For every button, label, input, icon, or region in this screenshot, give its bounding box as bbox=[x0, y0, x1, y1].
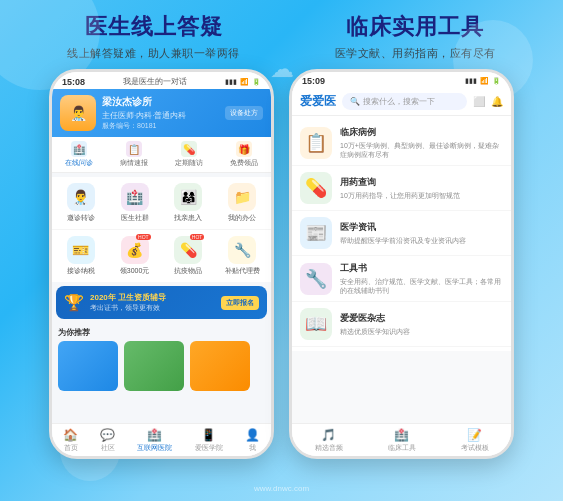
menu-icon-medicine: 💊 bbox=[174, 236, 202, 264]
tab-icon-online: 🏥 bbox=[71, 141, 87, 157]
menu-icon-tax: 🎫 bbox=[67, 236, 95, 264]
tool-item-handbook[interactable]: 🔧 工具书 安全用药、治疗规范、医学文献、医学工具；各常用的在线辅助书刊 bbox=[292, 256, 511, 302]
menu-item-tax[interactable]: 🎫 接诊纳税 bbox=[56, 236, 106, 276]
tool-item-cases[interactable]: 📋 临床病例 10万+医学病例、典型病例、最佳诊断病例，疑难杂症病例应有尽有 bbox=[292, 120, 511, 166]
right-subtitle: 医学文献、用药指南，应有尽有 bbox=[335, 46, 496, 61]
signal-icon-r: ▮▮▮ bbox=[465, 77, 477, 85]
tool-icon-news: 📰 bbox=[300, 217, 332, 249]
tab-icon-report: 📋 bbox=[126, 141, 142, 157]
recommend-cards bbox=[58, 341, 265, 391]
banner-text: 2020年 卫生资质辅导 考出证书，领导更有效 bbox=[90, 292, 215, 313]
menu-label-community: 医生社群 bbox=[121, 213, 149, 223]
profile-header: 👨‍⚕️ 梁汝杰诊所 主任医师·内科·普通内科 服务编号：80181 设备处方 bbox=[52, 89, 271, 137]
bell-icon[interactable]: 🔔 bbox=[491, 96, 503, 107]
nav-academy[interactable]: 📱 爱医学院 bbox=[195, 428, 223, 453]
tool-info-cases: 临床病例 10万+医学病例、典型病例、最佳诊断病例，疑难杂症病例应有尽有 bbox=[340, 126, 503, 159]
tool-info-news: 医学资讯 帮助提醒医学学前沿资讯及专业资讯内容 bbox=[340, 221, 503, 245]
right-status-time: 15:09 bbox=[302, 76, 325, 86]
search-placeholder-text: 搜索什么，搜索一下 bbox=[363, 96, 435, 107]
tool-icon-magazine: 📖 bbox=[300, 308, 332, 340]
tool-info-magazine: 爱爱医杂志 精选优质医学知识内容 bbox=[340, 312, 503, 336]
banner-icon: 🏆 bbox=[64, 293, 84, 312]
left-title: 医生线上答疑 bbox=[85, 12, 223, 42]
doctor-avatar: 👨‍⚕️ bbox=[60, 95, 96, 131]
left-subtitle: 线上解答疑难，助人兼职一举两得 bbox=[67, 46, 240, 61]
tab-free-goods[interactable]: 🎁 免费领品 bbox=[230, 141, 258, 168]
watermark-text: www.dnwc.com bbox=[254, 484, 309, 493]
menu-item-reward[interactable]: 💰 HOT 领3000元 bbox=[110, 236, 160, 276]
recommend-section: 为你推荐 bbox=[52, 323, 271, 395]
right-search-bar: 爱爱医 🔍 搜索什么，搜索一下 ⬜ 🔔 bbox=[292, 88, 511, 116]
tab-label-online: 在线问诊 bbox=[65, 158, 93, 168]
menu-item-office[interactable]: 📁 我的办公 bbox=[217, 183, 267, 223]
watermark: www.dnwc.com bbox=[254, 484, 309, 493]
menu-item-subsidy[interactable]: 🔧 补贴代理费 bbox=[217, 236, 267, 276]
phones-row: 15:08 我是医生的一对话 ▮▮▮ 📶 🔋 👨‍⚕️ 梁汝杰诊所 主任医师· bbox=[0, 69, 563, 501]
tool-info-drug: 用药查询 10万用药指导，让您用药更加明智规范 bbox=[340, 176, 503, 200]
service-id: 服务编号：80181 bbox=[102, 121, 219, 131]
nav-community[interactable]: 💬 社区 bbox=[100, 428, 115, 453]
community-icon: 💬 bbox=[100, 428, 115, 442]
right-nav-audio-label: 精选音频 bbox=[315, 443, 343, 453]
menu-item-community[interactable]: 🏥 医生社群 bbox=[110, 183, 160, 223]
header-section: 医生线上答疑 线上解答疑难，助人兼职一举两得 临床实用工具 医学文献、用药指南，… bbox=[0, 0, 563, 69]
tab-icon-free: 🎁 bbox=[236, 141, 252, 157]
right-bottom-nav: 🎵 精选音频 🏥 临床工具 📝 考试模板 bbox=[292, 423, 511, 454]
exam-icon: 📝 bbox=[467, 428, 482, 442]
tools-icon: 🏥 bbox=[394, 428, 409, 442]
menu-icon-community: 🏥 bbox=[121, 183, 149, 211]
menu-label-patients: 找亲患入 bbox=[174, 213, 202, 223]
tab-followup[interactable]: 💊 定期随访 bbox=[175, 141, 203, 168]
left-status-time: 15:08 bbox=[62, 77, 85, 87]
nav-home-label: 首页 bbox=[64, 443, 78, 453]
profile-btn[interactable]: 设备处方 bbox=[225, 106, 263, 120]
menu-item-patients[interactable]: 👨‍👩‍👧 找亲患入 bbox=[164, 183, 214, 223]
battery-icon-r: 🔋 bbox=[492, 77, 501, 85]
recommend-card-3 bbox=[190, 341, 250, 391]
recommend-title: 为你推荐 bbox=[58, 327, 265, 338]
search-input-box[interactable]: 🔍 搜索什么，搜索一下 bbox=[342, 93, 467, 110]
wifi-icon: 📶 bbox=[240, 78, 249, 86]
tool-name-news: 医学资讯 bbox=[340, 221, 503, 234]
doctor-dept: 主任医师·内科·普通内科 bbox=[102, 110, 219, 121]
battery-icon: 🔋 bbox=[252, 78, 261, 86]
tool-desc-news: 帮助提醒医学学前沿资讯及专业资讯内容 bbox=[340, 236, 503, 245]
left-bottom-nav: 🏠 首页 💬 社区 🏥 互联网医院 📱 爱医学院 bbox=[52, 423, 271, 455]
tool-name-magazine: 爱爱医杂志 bbox=[340, 312, 503, 325]
tab-online-consult[interactable]: 🏥 在线问诊 bbox=[65, 141, 93, 168]
tab-report[interactable]: 📋 病情速报 bbox=[120, 141, 148, 168]
promo-banner[interactable]: 🏆 2020年 卫生资质辅导 考出证书，领导更有效 立即报名 bbox=[56, 286, 267, 319]
banner-cta-btn[interactable]: 立即报名 bbox=[221, 296, 259, 310]
tool-item-drug[interactable]: 💊 用药查询 10万用药指导，让您用药更加明智规范 bbox=[292, 166, 511, 211]
right-nav-tools[interactable]: 🏥 临床工具 bbox=[388, 428, 416, 453]
tool-item-news[interactable]: 📰 医学资讯 帮助提醒医学学前沿资讯及专业资讯内容 bbox=[292, 211, 511, 256]
menu-icon-patients: 👨‍👩‍👧 bbox=[174, 183, 202, 211]
menu-icon-office: 📁 bbox=[228, 183, 256, 211]
menu-label-medicine: 抗疫物品 bbox=[174, 266, 202, 276]
right-nav-audio[interactable]: 🎵 精选音频 bbox=[315, 428, 343, 453]
left-header-block: 医生线上答疑 线上解答疑难，助人兼职一举两得 bbox=[67, 12, 240, 61]
left-phone-content: 👨‍⚕️ 梁汝杰诊所 主任医师·内科·普通内科 服务编号：80181 设备处方 … bbox=[52, 89, 271, 455]
nav-home[interactable]: 🏠 首页 bbox=[63, 428, 78, 453]
menu-icon-subsidy: 🔧 bbox=[228, 236, 256, 264]
nav-academy-label: 爱医学院 bbox=[195, 443, 223, 453]
right-nav-exam-label: 考试模板 bbox=[461, 443, 489, 453]
menu-item-medicine[interactable]: 💊 HOT 抗疫物品 bbox=[164, 236, 214, 276]
nav-hospital[interactable]: 🏥 互联网医院 bbox=[137, 428, 172, 453]
right-nav-exam[interactable]: 📝 考试模板 bbox=[461, 428, 489, 453]
recommend-card-1 bbox=[58, 341, 118, 391]
audio-icon: 🎵 bbox=[321, 428, 336, 442]
expand-icon[interactable]: ⬜ bbox=[473, 96, 485, 107]
tool-name-cases: 临床病例 bbox=[340, 126, 503, 139]
tool-item-magazine[interactable]: 📖 爱爱医杂志 精选优质医学知识内容 bbox=[292, 302, 511, 347]
nav-profile[interactable]: 👤 我 bbox=[245, 428, 260, 453]
menu-label-subsidy: 补贴代理费 bbox=[225, 266, 260, 276]
left-status-icons: ▮▮▮ 📶 🔋 bbox=[225, 78, 261, 86]
app-logo: 爱爱医 bbox=[300, 93, 336, 110]
tool-icon-cases: 📋 bbox=[300, 127, 332, 159]
tool-desc-handbook: 安全用药、治疗规范、医学文献、医学工具；各常用的在线辅助书刊 bbox=[340, 277, 503, 295]
header-action-icons: ⬜ 🔔 bbox=[473, 96, 503, 107]
tool-icon-drug: 💊 bbox=[300, 172, 332, 204]
page-container: ☁ ☁ 医生线上答疑 线上解答疑难，助人兼职一举两得 临床实用工具 医学文献、用… bbox=[0, 0, 563, 501]
menu-item-referral[interactable]: 👨‍⚕️ 邀诊转诊 bbox=[56, 183, 106, 223]
